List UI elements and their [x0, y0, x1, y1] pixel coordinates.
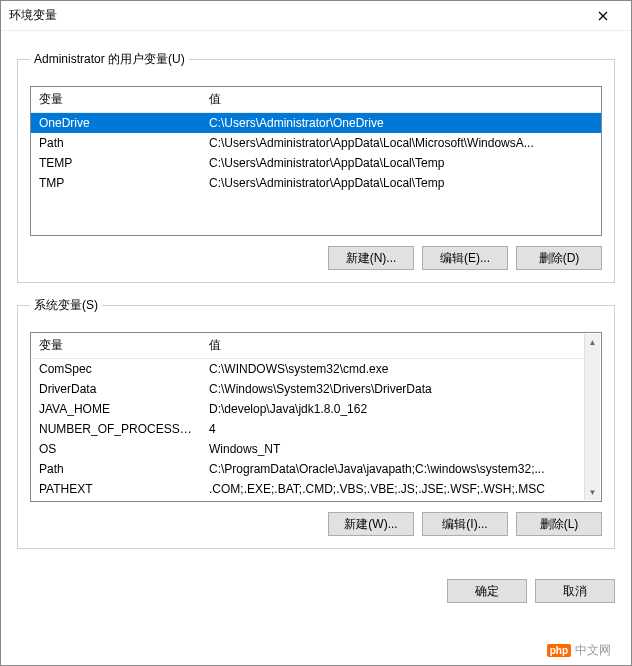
var-value-cell: D:\develop\Java\jdk1.8.0_162	[201, 399, 601, 419]
table-row[interactable]: PATHEXT.COM;.EXE;.BAT;.CMD;.VBS;.VBE;.JS…	[31, 479, 601, 499]
cancel-button[interactable]: 取消	[535, 579, 615, 603]
sys-col-name[interactable]: 变量	[31, 333, 201, 359]
table-row[interactable]: ComSpecC:\WINDOWS\system32\cmd.exe	[31, 359, 601, 380]
ok-button[interactable]: 确定	[447, 579, 527, 603]
titlebar: 环境变量	[1, 1, 631, 31]
scroll-track[interactable]	[585, 350, 600, 484]
table-row[interactable]: NUMBER_OF_PROCESSORS4	[31, 419, 601, 439]
var-name-cell: Path	[31, 133, 201, 153]
var-name-cell: OS	[31, 439, 201, 459]
var-value-cell: C:\Users\Administrator\OneDrive	[201, 113, 601, 134]
user-vars-group: Administrator 的用户变量(U) 变量 值 OneDriveC:\U…	[17, 51, 615, 283]
var-value-cell: C:\Users\Administrator\AppData\Local\Mic…	[201, 133, 601, 153]
dialog-content: Administrator 的用户变量(U) 变量 值 OneDriveC:\U…	[1, 31, 631, 573]
table-row[interactable]: DriverDataC:\Windows\System32\Drivers\Dr…	[31, 379, 601, 399]
watermark-badge: php	[547, 644, 571, 657]
var-value-cell: .COM;.EXE;.BAT;.CMD;.VBS;.VBE;.JS;.JSE;.…	[201, 479, 601, 499]
table-row[interactable]: TEMPC:\Users\Administrator\AppData\Local…	[31, 153, 601, 173]
table-row[interactable]: OSWindows_NT	[31, 439, 601, 459]
var-name-cell: OneDrive	[31, 113, 201, 134]
user-new-button[interactable]: 新建(N)...	[328, 246, 414, 270]
user-edit-button[interactable]: 编辑(E)...	[422, 246, 508, 270]
table-row[interactable]: PathC:\Users\Administrator\AppData\Local…	[31, 133, 601, 153]
var-value-cell: C:\Users\Administrator\AppData\Local\Tem…	[201, 173, 601, 193]
table-row[interactable]: OneDriveC:\Users\Administrator\OneDrive	[31, 113, 601, 134]
system-vars-table-wrap[interactable]: 变量 值 ComSpecC:\WINDOWS\system32\cmd.exeD…	[30, 332, 602, 502]
scroll-down-icon[interactable]: ▼	[585, 484, 600, 500]
var-value-cell: C:\WINDOWS\system32\cmd.exe	[201, 359, 601, 380]
table-row[interactable]: PathC:\ProgramData\Oracle\Java\javapath;…	[31, 459, 601, 479]
user-vars-table-wrap[interactable]: 变量 值 OneDriveC:\Users\Administrator\OneD…	[30, 86, 602, 236]
user-delete-button[interactable]: 删除(D)	[516, 246, 602, 270]
var-value-cell: Windows_NT	[201, 439, 601, 459]
scroll-up-icon[interactable]: ▲	[585, 334, 600, 350]
user-vars-legend: Administrator 的用户变量(U)	[30, 51, 189, 68]
watermark: php 中文网	[547, 642, 611, 659]
var-name-cell: DriverData	[31, 379, 201, 399]
system-scrollbar[interactable]: ▲ ▼	[584, 334, 600, 500]
user-vars-buttons: 新建(N)... 编辑(E)... 删除(D)	[30, 246, 602, 270]
watermark-text: 中文网	[575, 642, 611, 659]
var-name-cell: NUMBER_OF_PROCESSORS	[31, 419, 201, 439]
user-col-value[interactable]: 值	[201, 87, 601, 113]
var-value-cell: C:\Users\Administrator\AppData\Local\Tem…	[201, 153, 601, 173]
footer-buttons: 确定 取消	[1, 579, 615, 603]
sys-edit-button[interactable]: 编辑(I)...	[422, 512, 508, 536]
var-name-cell: JAVA_HOME	[31, 399, 201, 419]
var-name-cell: Path	[31, 459, 201, 479]
sys-new-button[interactable]: 新建(W)...	[328, 512, 414, 536]
system-vars-buttons: 新建(W)... 编辑(I)... 删除(L)	[30, 512, 602, 536]
var-value-cell: C:\Windows\System32\Drivers\DriverData	[201, 379, 601, 399]
table-row[interactable]: JAVA_HOMED:\develop\Java\jdk1.8.0_162	[31, 399, 601, 419]
sys-col-value[interactable]: 值	[201, 333, 601, 359]
var-value-cell: 4	[201, 419, 601, 439]
table-row[interactable]: TMPC:\Users\Administrator\AppData\Local\…	[31, 173, 601, 193]
var-name-cell: TMP	[31, 173, 201, 193]
user-col-name[interactable]: 变量	[31, 87, 201, 113]
env-vars-dialog: 环境变量 Administrator 的用户变量(U) 变量 值 OneDriv…	[0, 0, 632, 666]
var-name-cell: PATHEXT	[31, 479, 201, 499]
var-name-cell: TEMP	[31, 153, 201, 173]
system-vars-legend: 系统变量(S)	[30, 297, 102, 314]
dialog-title: 环境变量	[9, 7, 583, 24]
var-value-cell: C:\ProgramData\Oracle\Java\javapath;C:\w…	[201, 459, 601, 479]
close-icon	[598, 11, 608, 21]
sys-delete-button[interactable]: 删除(L)	[516, 512, 602, 536]
system-vars-table: 变量 值 ComSpecC:\WINDOWS\system32\cmd.exeD…	[31, 333, 601, 499]
system-vars-group: 系统变量(S) 变量 值 ComSpecC:\WINDOWS\system32\…	[17, 297, 615, 549]
var-name-cell: ComSpec	[31, 359, 201, 380]
close-button[interactable]	[583, 2, 623, 30]
user-vars-table: 变量 值 OneDriveC:\Users\Administrator\OneD…	[31, 87, 601, 193]
